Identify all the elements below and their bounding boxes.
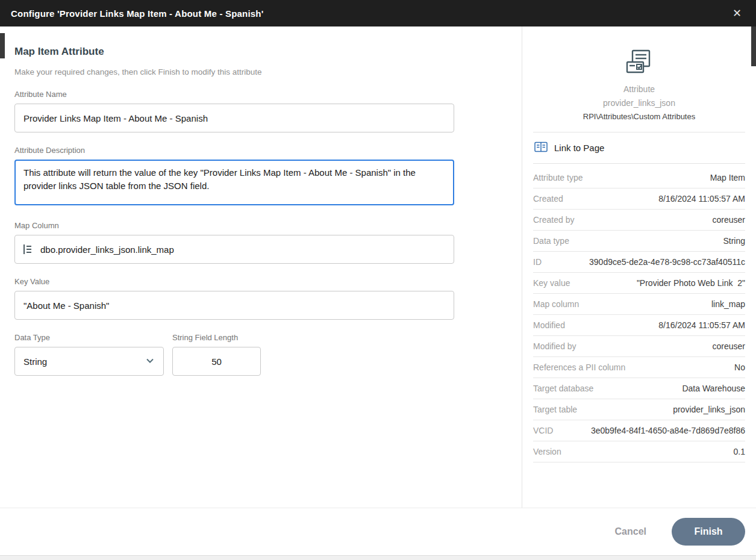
attribute-name-input[interactable] — [14, 104, 454, 132]
property-value: 3e0b9fe4-84f1-4650-a84e-7d869d7e8f86 — [591, 426, 745, 435]
string-field-length-group: String Field Length — [172, 333, 261, 376]
property-value: "Provider Photo Web Link 2" — [637, 278, 745, 288]
property-row: Target database Data Warehouse — [533, 378, 745, 399]
attribute-description-label: Attribute Description — [14, 146, 522, 155]
table-column-icon — [22, 243, 34, 255]
summary-kind: Attribute — [533, 84, 745, 94]
property-value: provider_links_json — [673, 405, 745, 414]
data-type-field-group: Data Type String — [14, 333, 164, 376]
string-field-length-label: String Field Length — [172, 333, 261, 342]
data-type-row: Data Type String String Field Length — [14, 333, 522, 376]
property-label: Created — [533, 194, 563, 204]
property-value: 0.1 — [734, 447, 745, 456]
property-label: Key value — [533, 278, 570, 288]
property-label: Version — [533, 447, 561, 456]
property-list: Attribute type Map Item Created 8/16/202… — [533, 167, 745, 462]
property-value: link_map — [711, 299, 745, 309]
property-row: References a PII column No — [533, 357, 745, 378]
attribute-icon — [533, 41, 745, 77]
data-type-select[interactable]: String — [14, 347, 164, 376]
form-heading: Map Item Attribute — [14, 46, 522, 58]
background-page-right-edge — [751, 26, 756, 66]
property-row: Key value "Provider Photo Web Link 2" — [533, 273, 745, 294]
attribute-name-label: Attribute Name — [14, 90, 522, 99]
string-field-length-input[interactable] — [172, 347, 261, 376]
property-label: Modified by — [533, 341, 576, 351]
link-to-page-label: Link to Page — [554, 143, 604, 153]
property-label: Data type — [533, 236, 569, 246]
dialog-footer: Cancel Finish — [0, 508, 756, 555]
property-row: Version 0.1 — [533, 441, 745, 462]
property-value: coreuser — [713, 215, 745, 225]
property-row: Created 8/16/2024 11:05:57 AM — [533, 188, 745, 210]
form-subtitle: Make your required changes, then click F… — [14, 67, 522, 76]
property-value: String — [723, 236, 745, 246]
attribute-name-field-group: Attribute Name — [14, 90, 522, 132]
property-value: Data Warehouse — [682, 384, 745, 393]
property-label: Target table — [533, 405, 577, 414]
key-value-label: Key Value — [14, 277, 522, 286]
map-column-input[interactable] — [14, 235, 454, 264]
close-icon[interactable]: ✕ — [729, 5, 745, 21]
property-row: Attribute type Map Item — [533, 167, 745, 188]
finish-button[interactable]: Finish — [672, 518, 745, 546]
data-type-label: Data Type — [14, 333, 164, 342]
attribute-description-field-group: Attribute Description This attribute wil… — [14, 146, 522, 208]
property-row: VCID 3e0b9fe4-84f1-4650-a84e-7d869d7e8f8… — [533, 420, 745, 441]
property-row: Map column link_map — [533, 294, 745, 315]
attribute-summary-panel: Attribute provider_links_json RPI\Attrib… — [522, 26, 756, 508]
chevron-down-icon — [145, 356, 155, 367]
property-label: Map column — [533, 299, 579, 309]
property-label: Created by — [533, 215, 574, 225]
property-label: Target database — [533, 384, 593, 393]
key-value-field-group: Key Value — [14, 277, 522, 320]
data-type-selected-value: String — [23, 356, 47, 367]
map-column-field-group: Map Column — [14, 221, 522, 264]
property-label: Attribute type — [533, 173, 583, 182]
property-row: Target table provider_links_json — [533, 399, 745, 420]
attribute-form: Map Item Attribute Make your required ch… — [0, 26, 522, 508]
property-value: 8/16/2024 11:05:57 AM — [658, 320, 745, 330]
property-value: 390d9ce5-de2a-4e78-9c98-cc73af40511c — [589, 257, 745, 267]
property-row: Modified 8/16/2024 11:05:57 AM — [533, 315, 745, 336]
property-row: Created by coreuser — [533, 210, 745, 231]
property-label: VCID — [533, 426, 553, 435]
background-page-bottom — [0, 555, 756, 560]
property-label: References a PII column — [533, 362, 625, 372]
property-value: Map Item — [710, 173, 745, 182]
property-value: coreuser — [713, 341, 745, 351]
property-row: ID 390d9ce5-de2a-4e78-9c98-cc73af40511c — [533, 252, 745, 273]
background-page-left-edge — [0, 33, 5, 58]
property-row: Modified by coreuser — [533, 336, 745, 357]
dialog-header: Configure 'Provider Links Map Item - Abo… — [0, 0, 756, 26]
map-column-label: Map Column — [14, 221, 522, 230]
summary-attribute-name: provider_links_json — [533, 98, 745, 108]
key-value-input[interactable] — [14, 291, 454, 320]
property-label: Modified — [533, 320, 565, 330]
dialog-body: Map Item Attribute Make your required ch… — [0, 26, 756, 508]
link-to-page-button[interactable]: Link to Page — [533, 132, 745, 164]
property-row: Data type String — [533, 231, 745, 252]
open-book-icon — [534, 142, 548, 154]
summary-attribute-path: RPI\Attributes\Custom Attributes — [533, 112, 745, 132]
cancel-button[interactable]: Cancel — [611, 526, 650, 538]
dialog-title: Configure 'Provider Links Map Item - Abo… — [11, 8, 263, 19]
property-value: No — [734, 362, 745, 372]
configure-attribute-dialog: Configure 'Provider Links Map Item - Abo… — [0, 0, 756, 560]
property-label: ID — [533, 257, 542, 267]
property-value: 8/16/2024 11:05:57 AM — [658, 194, 745, 204]
attribute-description-input[interactable]: This attribute will return the value of … — [14, 160, 454, 205]
